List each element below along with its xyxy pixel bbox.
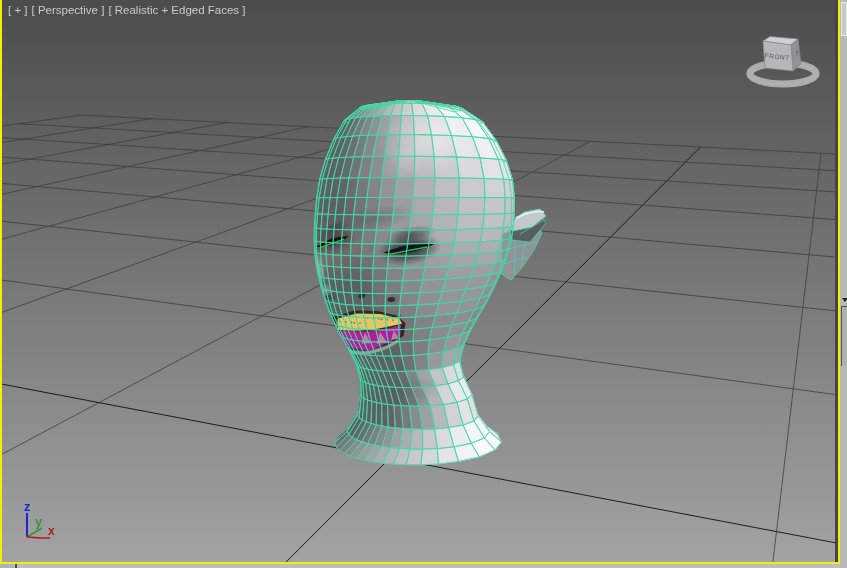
viewport-canvas[interactable]: FRONT z y x: [0, 0, 840, 564]
panel-scrollbar[interactable]: [841, 2, 847, 36]
viewport-shading-menu[interactable]: [ Realistic + Edged Faces ]: [108, 4, 245, 16]
active-viewport-border-left: [0, 0, 2, 564]
command-panel-edge: [840, 0, 847, 568]
viewport-general-menu[interactable]: [ + ]: [8, 4, 28, 16]
panel-arrow-icon: [842, 298, 847, 302]
viewport-pov-menu[interactable]: [ Perspective ]: [32, 4, 105, 16]
z-axis-label: z: [24, 499, 31, 514]
viewport-label: [ + ][ Perspective ][ Realistic + Edged …: [8, 4, 249, 16]
x-axis-label: x: [48, 524, 55, 538]
perspective-viewport[interactable]: FRONT z y x [ + ][ Perspective ][ Realis…: [0, 0, 840, 564]
time-slider-tick: [15, 564, 17, 568]
timeline-edge: [0, 564, 840, 568]
max-viewport-area: FRONT z y x [ + ][ Perspective ][ Realis…: [0, 0, 847, 568]
panel-scroll-track: [841, 306, 847, 366]
y-axis-label: y: [35, 514, 43, 529]
time-slider-edge[interactable]: [0, 564, 14, 568]
